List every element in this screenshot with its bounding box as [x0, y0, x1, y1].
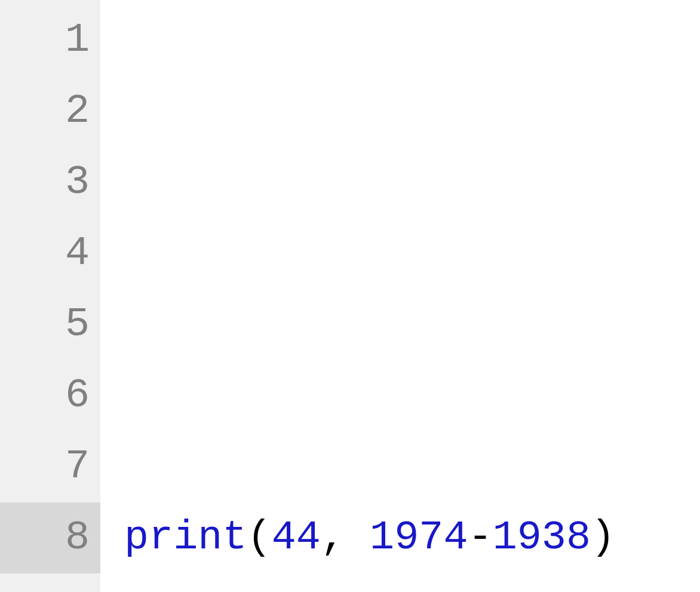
line-number[interactable]: 2	[0, 76, 100, 147]
line-number[interactable]: 7	[0, 431, 100, 502]
line-number[interactable]: 3	[0, 147, 100, 218]
token-minus: -	[468, 502, 493, 573]
token-number: 1938	[493, 502, 591, 573]
line-number-gutter: 1 2 3 4 5 6 7 8	[0, 0, 100, 592]
code-text-area[interactable]: print(44, 1974-1938) print(64, 2001-1973…	[100, 0, 700, 592]
line-number[interactable]: 5	[0, 289, 100, 360]
code-line[interactable]: print(44, 1974-1938)	[124, 502, 700, 573]
line-number-active[interactable]: 8	[0, 502, 100, 573]
token-paren-open: (	[247, 502, 272, 573]
code-line[interactable]	[124, 218, 700, 289]
token-space	[345, 502, 370, 573]
line-number[interactable]: 1	[0, 5, 100, 76]
token-function: print	[124, 502, 247, 573]
line-number[interactable]: 4	[0, 218, 100, 289]
token-number: 44	[272, 502, 321, 573]
token-comma: ,	[321, 502, 345, 573]
line-number[interactable]: 6	[0, 360, 100, 431]
token-paren-close: )	[591, 502, 615, 573]
code-editor: 1 2 3 4 5 6 7 8 print(44, 1974-1938) pri…	[0, 0, 700, 592]
token-number: 1974	[370, 502, 468, 573]
